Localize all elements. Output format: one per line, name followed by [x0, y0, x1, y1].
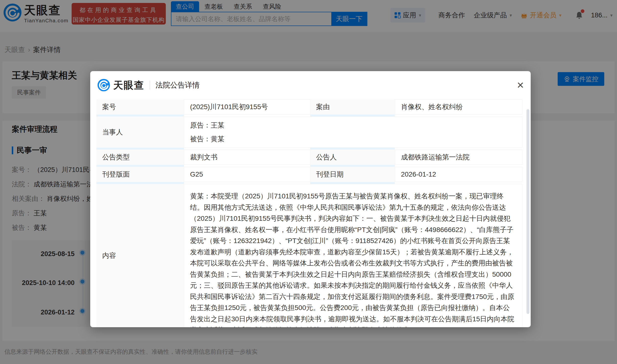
parties-value-cell: 原告：王某 被告：黄某: [184, 117, 522, 148]
modal-brand-name: 天眼查: [113, 78, 144, 92]
content-label-cell: 内容: [96, 184, 184, 327]
row-separator: [96, 115, 184, 117]
publish-date-label-cell: 刊登日期: [310, 167, 395, 182]
tianyancha-logo-icon: [97, 78, 110, 92]
defendant-line: 被告：黄某: [190, 134, 224, 144]
court-announcement-modal: 天眼查 法院公告详情 × 案号 (2025)川7101民初9155号 案由 肖像…: [90, 71, 531, 327]
plaintiff-line: 原告：王某: [190, 121, 224, 130]
case-no-label-cell: 案号: [96, 99, 184, 115]
modal-header: 天眼查 法院公告详情 ×: [90, 71, 531, 99]
publish-page-value-cell: G25: [184, 167, 310, 182]
publish-page-label-cell: 刊登版面: [96, 167, 184, 182]
type-value-cell: 裁判文书: [184, 150, 310, 165]
cause-value-cell: 肖像权、姓名权纠纷: [395, 99, 522, 115]
app-root: 天眼查 TianYanCha.com 都在用的商业查询工具 国家中小企业发展子基…: [0, 0, 617, 364]
type-label-cell: 公告类型: [96, 150, 184, 165]
case-no-value-cell: (2025)川7101民初9155号: [184, 99, 310, 115]
parties-label-cell: 当事人: [96, 117, 184, 148]
announcer-label-cell: 公告人: [310, 150, 395, 165]
row-separator: [96, 182, 184, 184]
row-separator: [96, 165, 184, 167]
modal-scrollbar[interactable]: [527, 109, 529, 314]
content-value-cell: 黄某：本院受理（2025）川7101民初9155号原告王某与被告黄某肖像权、姓名…: [184, 184, 522, 327]
publish-date-value-cell: 2026-01-12: [395, 167, 522, 182]
cause-label-cell: 案由: [310, 99, 395, 115]
close-icon[interactable]: ×: [517, 79, 524, 91]
row-separator: [96, 148, 184, 150]
modal-header-divider: [150, 81, 150, 90]
modal-title: 法院公告详情: [155, 80, 200, 90]
announcer-value-cell: 成都铁路运输第一法院: [395, 150, 522, 165]
announcement-table: 案号 (2025)川7101民初9155号 案由 肖像权、姓名权纠纷 当事人 原…: [96, 99, 522, 327]
